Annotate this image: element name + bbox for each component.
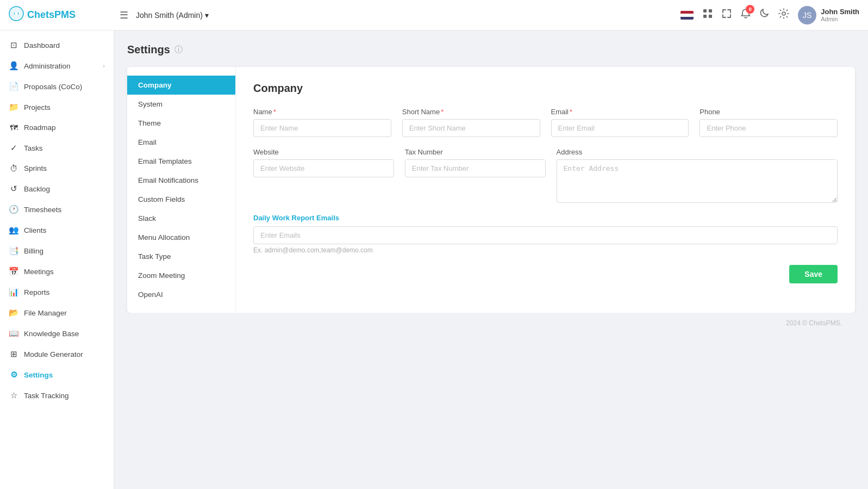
topnav-user-info[interactable]: JS John Smith Admin — [798, 6, 859, 24]
logo-icon — [9, 6, 24, 24]
hamburger-icon[interactable]: ☰ — [117, 7, 130, 23]
email-label: Email* — [551, 108, 689, 116]
projects-icon: 📁 — [9, 102, 18, 112]
form-row-2: Website Tax Number Address — [253, 148, 838, 203]
chevron-right-icon: › — [103, 63, 105, 69]
sidebar-item-label: Task Tracking — [24, 392, 69, 400]
notification-badge: 0 — [746, 5, 754, 14]
settings-nav-email-notifications[interactable]: Email Notifications — [127, 171, 235, 190]
sidebar-item-tasks[interactable]: ✓ Tasks — [0, 138, 114, 158]
address-input[interactable] — [557, 159, 838, 203]
settings-nav-company[interactable]: Company — [127, 76, 235, 95]
knowledge-base-icon: 📖 — [9, 329, 18, 338]
sidebar-item-label: File Manager — [24, 309, 67, 317]
sidebar-item-clients[interactable]: 👥 Clients — [0, 220, 114, 240]
topnav-user-name: John Smith — [821, 8, 859, 16]
sidebar-item-label: Module Generator — [24, 350, 83, 358]
sidebar-item-billing[interactable]: 📑 Billing — [0, 240, 114, 261]
topnav-right: 0 JS John Smith Admin — [680, 6, 859, 24]
email-input[interactable] — [551, 119, 689, 137]
company-section-title: Company — [253, 82, 838, 95]
module-generator-icon: ⊞ — [9, 349, 18, 359]
sidebar-item-administration[interactable]: 👤 Administration › — [0, 55, 114, 76]
settings-nav-custom-fields[interactable]: Custom Fields — [127, 190, 235, 209]
reports-icon: 📊 — [9, 287, 18, 297]
fullscreen-icon[interactable] — [722, 9, 732, 21]
sidebar-item-timesheets[interactable]: 🕐 Timesheets — [0, 199, 114, 220]
info-icon[interactable]: ⓘ — [174, 45, 183, 55]
form-group-short-name: Short Name* — [402, 108, 540, 137]
sidebar-item-knowledge-base[interactable]: 📖 Knowledge Base — [0, 323, 114, 344]
daily-report-section: Daily Work Report Emails Ex. admin@demo.… — [253, 214, 838, 254]
settings-nav-email[interactable]: Email — [127, 133, 235, 152]
darkmode-icon[interactable] — [760, 9, 770, 21]
settings-nav-zoom-meeting[interactable]: Zoom Meeting — [127, 266, 235, 285]
user-context-select[interactable]: John Smith (Admin) ▾ — [136, 11, 209, 20]
sidebar-item-meetings[interactable]: 📅 Meetings — [0, 261, 114, 282]
website-input[interactable] — [253, 159, 394, 177]
page-header: Settings ⓘ — [127, 44, 855, 56]
settings-nav-openai[interactable]: OpenAI — [127, 285, 235, 304]
tax-number-label: Tax Number — [405, 148, 546, 156]
tasks-icon: ✓ — [9, 143, 18, 153]
sidebar-item-proposals[interactable]: 📄 Proposals (CoCo) — [0, 76, 114, 97]
proposals-icon: 📄 — [9, 82, 18, 91]
billing-icon: 📑 — [9, 246, 18, 256]
name-input[interactable] — [253, 119, 391, 137]
sidebar-item-task-tracking[interactable]: ☆ Task Tracking — [0, 385, 114, 406]
footer-text: 2024 © ChetsPMS. — [786, 319, 842, 327]
form-group-tax-number: Tax Number — [405, 148, 546, 203]
settings-nav-task-type[interactable]: Task Type — [127, 247, 235, 266]
sidebar-item-settings[interactable]: ⚙ Settings — [0, 364, 114, 385]
sidebar-item-label: Backlog — [24, 185, 50, 193]
sidebar-item-module-generator[interactable]: ⊞ Module Generator — [0, 344, 114, 364]
settings-card: Company System Theme Email Email Templat… — [127, 67, 855, 313]
backlog-icon: ↺ — [9, 184, 18, 194]
sidebar-item-label: Proposals (CoCo) — [24, 83, 82, 91]
sidebar-item-dashboard[interactable]: ⊡ Dashboard — [0, 35, 114, 55]
svg-rect-3 — [709, 9, 712, 13]
daily-report-input[interactable] — [253, 226, 838, 244]
sidebar-item-reports[interactable]: 📊 Reports — [0, 282, 114, 302]
sidebar-item-label: Clients — [24, 226, 46, 234]
settings-gear-icon[interactable] — [778, 8, 789, 22]
svg-point-6 — [782, 12, 785, 15]
sidebar-item-backlog[interactable]: ↺ Backlog — [0, 178, 114, 199]
topnav-user-role: Admin — [821, 16, 859, 22]
website-label: Website — [253, 148, 394, 156]
layout: ⊡ Dashboard 👤 Administration › 📄 Proposa… — [0, 30, 868, 489]
sidebar: ⊡ Dashboard 👤 Administration › 📄 Proposa… — [0, 30, 114, 489]
settings-nav-email-templates[interactable]: Email Templates — [127, 152, 235, 171]
settings-nav-system[interactable]: System — [127, 95, 235, 114]
sidebar-item-label: Meetings — [24, 268, 54, 276]
sprints-icon: ⏱ — [9, 164, 18, 173]
sidebar-item-projects[interactable]: 📁 Projects — [0, 97, 114, 117]
settings-sidebar: Company System Theme Email Email Templat… — [127, 67, 236, 313]
sidebar-item-label: Settings — [24, 371, 53, 379]
phone-label: Phone — [700, 108, 838, 116]
notification-icon[interactable]: 0 — [740, 8, 751, 22]
settings-nav-theme[interactable]: Theme — [127, 114, 235, 133]
tax-number-input[interactable] — [405, 159, 546, 177]
short-name-label: Short Name* — [402, 108, 540, 116]
sidebar-item-roadmap[interactable]: 🗺 Roadmap — [0, 117, 114, 138]
settings-nav-slack[interactable]: Slack — [127, 209, 235, 228]
apps-grid-icon[interactable] — [702, 8, 713, 22]
avatar: JS — [798, 6, 816, 24]
sidebar-item-file-manager[interactable]: 📂 File Manager — [0, 302, 114, 323]
form-group-name: Name* — [253, 108, 391, 137]
sidebar-item-sprints[interactable]: ⏱ Sprints — [0, 158, 114, 178]
flag-icon[interactable] — [680, 11, 694, 20]
sidebar-item-label: Dashboard — [24, 41, 60, 49]
sidebar-item-label: Projects — [24, 103, 51, 112]
settings-nav-menu-allocation[interactable]: Menu Allocation — [127, 228, 235, 247]
sidebar-item-label: Reports — [24, 288, 49, 296]
save-button[interactable]: Save — [789, 265, 838, 283]
administration-icon: 👤 — [9, 61, 18, 71]
sidebar-item-label: Timesheets — [24, 206, 61, 214]
short-name-input[interactable] — [402, 119, 540, 137]
logo: ChetsPMS — [9, 6, 117, 24]
phone-input[interactable] — [700, 119, 838, 137]
form-group-phone: Phone — [700, 108, 838, 137]
svg-rect-4 — [703, 15, 707, 18]
